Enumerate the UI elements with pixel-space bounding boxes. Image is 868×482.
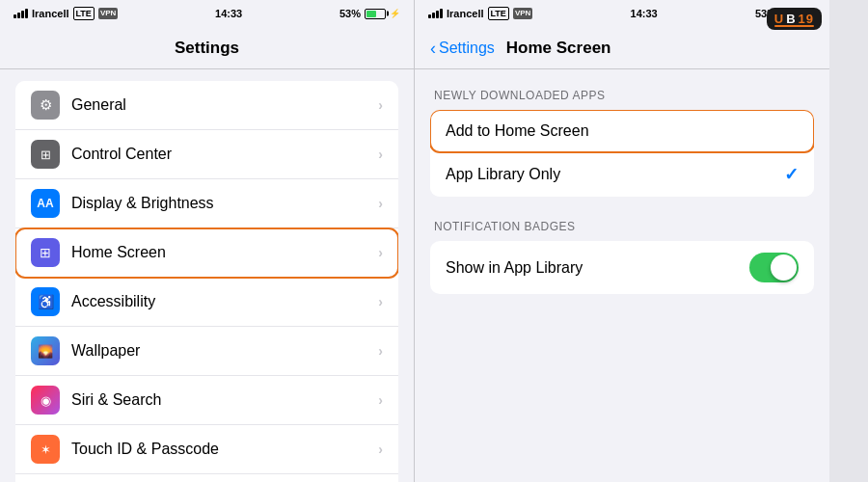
settings-group-main: ⚙ General › ⊞ Control Center › AA xyxy=(15,81,398,482)
phone-settings: Irancell LTE VPN 14:33 53% ⚡ Settings xyxy=(0,0,415,482)
toggle-knob xyxy=(771,254,797,281)
signal-icon-2 xyxy=(428,9,443,18)
touch-id-icon: ✶ xyxy=(31,435,60,464)
home-screen-nav-bar: ‹ Settings Home Screen xyxy=(415,27,829,69)
home-screen-content: NEWLY DOWNLOADED APPS Add to Home Screen… xyxy=(415,69,829,482)
control-center-icon: ⊞ xyxy=(31,140,60,169)
wallpaper-chevron: › xyxy=(378,343,383,359)
accessibility-label: Accessibility xyxy=(71,293,378,310)
time-label-2: 14:33 xyxy=(631,8,658,19)
newly-downloaded-group: Add to Home Screen App Library Only ✓ xyxy=(430,110,814,197)
section-header-newly-downloaded: NEWLY DOWNLOADED APPS xyxy=(415,89,829,110)
settings-row-accessibility[interactable]: ♿ Accessibility › xyxy=(15,278,398,327)
battery-icon xyxy=(365,9,386,19)
wallpaper-icon: 🌄 xyxy=(31,336,60,365)
siri-chevron: › xyxy=(378,392,383,408)
back-chevron-icon: ‹ xyxy=(430,40,436,57)
option-app-library-only[interactable]: App Library Only ✓ xyxy=(430,152,814,197)
settings-row-display[interactable]: AA Display & Brightness › xyxy=(15,179,398,228)
battery-percent: 53% xyxy=(339,8,361,19)
display-icon: AA xyxy=(31,189,60,218)
control-center-chevron: › xyxy=(378,147,383,162)
back-label: Settings xyxy=(439,40,495,57)
app-library-only-label: App Library Only xyxy=(446,166,784,183)
show-app-library-label: Show in App Library xyxy=(446,259,749,277)
vpn-badge: VPN xyxy=(98,8,118,18)
wallpaper-label: Wallpaper xyxy=(71,342,378,360)
settings-row-touch-id[interactable]: ✶ Touch ID & Passcode › xyxy=(15,425,398,474)
signal-icon xyxy=(14,9,28,18)
accessibility-chevron: › xyxy=(378,294,383,309)
option-show-app-library[interactable]: Show in App Library xyxy=(430,241,814,294)
settings-nav-bar: Settings xyxy=(0,27,414,69)
settings-nav-title: Settings xyxy=(175,39,239,58)
settings-row-control-center[interactable]: ⊞ Control Center › xyxy=(15,130,398,179)
display-chevron: › xyxy=(378,196,383,211)
carrier-label-2: Irancell xyxy=(447,8,484,19)
settings-list[interactable]: ⚙ General › ⊞ Control Center › AA xyxy=(0,69,414,482)
general-icon: ⚙ xyxy=(31,91,60,120)
settings-row-home-screen[interactable]: ⊞ Home Screen › xyxy=(15,228,398,278)
home-screen-nav-title: Home Screen xyxy=(506,39,611,58)
vpn-badge-2: VPN xyxy=(513,8,532,18)
home-screen-icon: ⊞ xyxy=(31,238,60,267)
section-header-notification-badges: NOTIFICATION BADGES xyxy=(415,220,829,241)
status-left: Irancell LTE VPN xyxy=(14,7,118,21)
settings-row-wallpaper[interactable]: 🌄 Wallpaper › xyxy=(15,327,398,376)
settings-row-emergency-sos[interactable]: SOS Emergency SOS › xyxy=(15,474,398,482)
watermark-badge: U B 19 xyxy=(767,8,822,30)
battery-fill xyxy=(366,11,376,17)
touch-id-label: Touch ID & Passcode xyxy=(71,441,378,458)
phone-home-screen: Irancell LTE VPN 14:33 53% ⚡ ‹ Settings … xyxy=(415,0,829,482)
add-home-screen-label: Add to Home Screen xyxy=(446,122,799,140)
home-screen-chevron: › xyxy=(378,245,383,260)
phones-wrapper: Irancell LTE VPN 14:33 53% ⚡ Settings xyxy=(0,0,868,482)
lte-badge: LTE xyxy=(73,7,95,21)
status-bar-left: Irancell LTE VPN 14:33 53% ⚡ xyxy=(0,0,414,27)
general-label: General xyxy=(71,96,378,114)
siri-label: Siri & Search xyxy=(71,391,378,409)
display-label: Display & Brightness xyxy=(71,195,378,212)
time-label: 14:33 xyxy=(215,8,242,19)
option-add-home-screen[interactable]: Add to Home Screen xyxy=(430,110,814,152)
show-app-library-toggle[interactable] xyxy=(749,253,799,282)
home-screen-label: Home Screen xyxy=(71,244,378,261)
control-center-label: Control Center xyxy=(71,146,378,163)
touch-id-chevron: › xyxy=(378,442,383,457)
status-right: 53% ⚡ xyxy=(339,8,400,19)
app-library-check-icon: ✓ xyxy=(784,164,799,185)
back-button[interactable]: ‹ Settings xyxy=(430,40,495,57)
carrier-label: Irancell xyxy=(32,8,69,19)
accessibility-icon: ♿ xyxy=(31,287,60,316)
siri-icon: ◉ xyxy=(31,386,60,415)
notification-badges-group: Show in App Library xyxy=(430,241,814,294)
lte-badge-2: LTE xyxy=(488,7,509,21)
status-left-2: Irancell LTE VPN xyxy=(428,7,532,21)
settings-row-siri[interactable]: ◉ Siri & Search › xyxy=(15,376,398,425)
general-chevron: › xyxy=(378,97,383,113)
settings-row-general[interactable]: ⚙ General › xyxy=(15,81,398,130)
bolt-icon: ⚡ xyxy=(390,9,400,18)
